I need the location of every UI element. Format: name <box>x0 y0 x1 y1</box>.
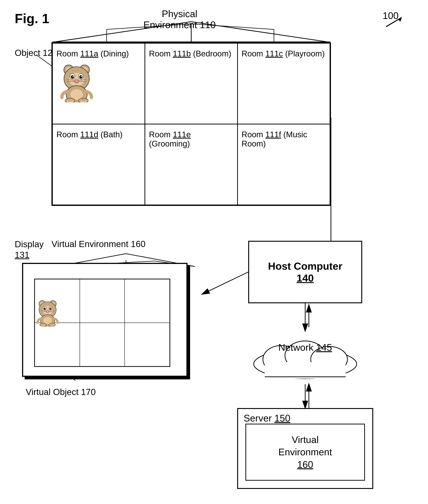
network-cloud-svg <box>245 327 366 382</box>
host-computer-box: Host Computer140 <box>248 241 362 303</box>
svg-point-54 <box>85 100 86 102</box>
svg-point-76 <box>41 325 42 326</box>
svg-point-80 <box>51 325 53 326</box>
svg-point-73 <box>43 317 52 324</box>
virt-cell-2 <box>80 279 125 323</box>
network-cloud-container: Network 145 <box>245 327 366 382</box>
virtual-animal-character <box>36 298 60 326</box>
display-label: Display131 <box>15 239 44 260</box>
svg-point-78 <box>44 325 45 326</box>
fig-label: Fig. 1 <box>15 11 49 26</box>
network-label: Network 145 <box>278 342 332 353</box>
svg-point-36 <box>71 75 74 79</box>
svg-point-37 <box>79 75 82 79</box>
room-111e: Room 111e (Grooming) <box>145 124 237 205</box>
svg-marker-3 <box>398 17 402 22</box>
room-111f: Room 111f (Music Room) <box>238 124 330 205</box>
physical-env-label: Physical Environment 110 <box>143 8 216 30</box>
virt-cell-3 <box>125 279 170 323</box>
ref-100: 100 <box>383 10 399 21</box>
virt-cell-5 <box>80 323 125 366</box>
server-inner-text: VirtualEnvironment160 <box>278 434 332 471</box>
svg-point-46 <box>70 89 83 100</box>
svg-point-79 <box>50 325 51 326</box>
virtual-object-label: Virtual Object 170 <box>26 387 96 397</box>
svg-point-66 <box>50 308 51 309</box>
svg-rect-86 <box>265 362 346 379</box>
virtual-env-label: Virtual Environment 160 <box>51 239 145 249</box>
physical-environment-box: Room 111a (Dining) <box>51 42 331 206</box>
virt-cell-6 <box>125 323 170 366</box>
room-111d: Room 111d (Bath) <box>52 124 145 205</box>
animal-character-dining <box>58 62 95 102</box>
host-computer-title: Host Computer140 <box>268 260 342 284</box>
room-111b: Room 111b (Bedroom) <box>145 43 237 124</box>
server-box: Server 150 VirtualEnvironment160 <box>237 408 373 489</box>
room-111c: Room 111c (Playroom) <box>238 43 330 124</box>
svg-point-51 <box>71 100 73 102</box>
virt-cell-4 <box>35 323 80 366</box>
object-120-label: Object 120 <box>15 48 57 58</box>
svg-point-81 <box>53 325 54 326</box>
svg-point-49 <box>67 100 69 102</box>
svg-line-16 <box>202 272 248 294</box>
svg-point-64 <box>49 308 52 310</box>
svg-point-65 <box>45 308 45 309</box>
display-outer-box <box>22 263 188 377</box>
room-grid: Room 111a (Dining) <box>52 43 330 205</box>
svg-point-52 <box>80 100 82 102</box>
svg-point-63 <box>44 308 46 310</box>
server-inner-box: VirtualEnvironment160 <box>246 424 365 481</box>
display-section: Display131 Virtual Environment 160 <box>15 239 198 390</box>
room-111a: Room 111a (Dining) <box>52 43 145 124</box>
svg-point-77 <box>42 325 44 326</box>
